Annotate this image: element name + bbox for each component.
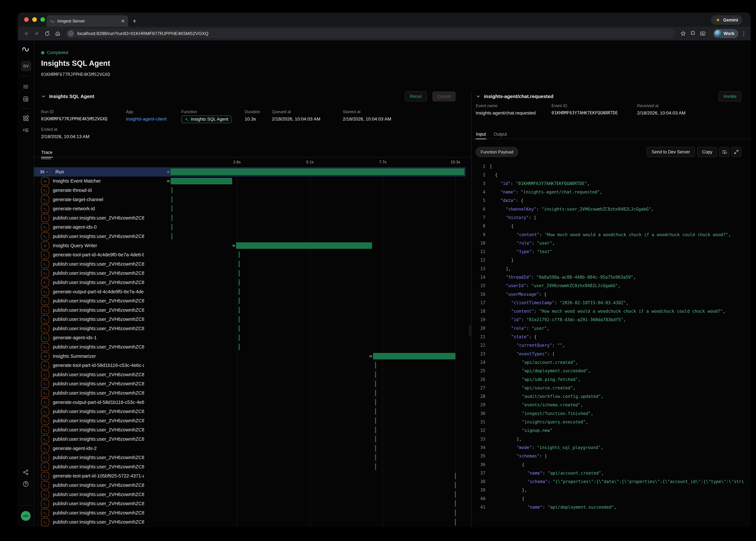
trace-row[interactable]: Insights Summarizer xyxy=(34,351,465,361)
trace-tick[interactable] xyxy=(375,436,376,442)
trace-row[interactable]: >_publish:user:insights:user_2VH6zowmhZC… xyxy=(34,508,465,518)
bar-drag-handle[interactable] xyxy=(167,171,170,173)
address-bar[interactable]: ⓘ localhost:8288/run?runID=01KHRMF677RJP… xyxy=(66,29,675,38)
tab-trace[interactable]: Trace xyxy=(41,148,53,158)
trace-tick[interactable] xyxy=(455,510,456,516)
terminal-log-icon[interactable] xyxy=(22,127,29,134)
meta-field-value[interactable]: insights-agent-client xyxy=(126,117,181,122)
window-controls[interactable] xyxy=(24,17,45,22)
trace-tick[interactable] xyxy=(239,270,240,276)
trace-tick[interactable] xyxy=(239,343,240,350)
new-tab-button[interactable]: + xyxy=(133,15,136,27)
trace-tick[interactable] xyxy=(239,279,240,285)
trace-row[interactable]: 39Run xyxy=(34,167,465,177)
bar-drag-handle[interactable] xyxy=(233,245,235,247)
trace-row[interactable]: Insights Event Matcher xyxy=(34,177,465,186)
expand-icon[interactable] xyxy=(731,147,741,157)
forward-icon[interactable] xyxy=(32,29,41,38)
share-icon[interactable] xyxy=(22,469,29,476)
rerun-button[interactable]: Rerun xyxy=(405,91,427,102)
trace-row[interactable]: >_generate-agent-ids-0 xyxy=(34,223,465,232)
url-text[interactable]: localhost:8288/run?runID=01KHRMF677RJPPH… xyxy=(77,31,208,36)
trace-row[interactable]: >_publish:user:insights:user_2VH6zowmhZC… xyxy=(34,425,465,435)
trace-bar[interactable] xyxy=(171,169,464,175)
trace-tick[interactable] xyxy=(455,491,456,498)
profile-chip[interactable]: Work xyxy=(713,29,738,38)
trace-row[interactable]: >_publish:user:insights:user_2VH6zowmhZC… xyxy=(34,518,465,527)
trace-tick[interactable] xyxy=(171,205,172,212)
trace-tick[interactable] xyxy=(239,334,240,341)
function-badge[interactable]: Insights SQL Agent xyxy=(181,116,232,123)
event-chevron-down-icon[interactable] xyxy=(476,94,481,99)
site-info-icon[interactable]: ⓘ xyxy=(67,30,75,37)
trace-tick[interactable] xyxy=(171,196,172,203)
trace-row[interactable]: >_generate-text-part-id-105bf925-5722-43… xyxy=(34,471,465,481)
trace-row[interactable]: >_publish:user:insights:user_2VH6zowmhZC… xyxy=(34,499,465,508)
trace-row[interactable]: >_generate-output-part-id-58d1b116-c53c-… xyxy=(34,398,465,407)
trace-tick[interactable] xyxy=(455,500,456,507)
trace-row[interactable]: >_publish:user:insights:user_2VH6zowmhZC… xyxy=(34,434,465,444)
tab-search-icon[interactable] xyxy=(698,29,707,38)
send-to-dev-server-button[interactable]: Send to Dev Server xyxy=(647,147,695,157)
minimize-window-button[interactable] xyxy=(32,17,37,22)
trace-row[interactable]: >_publish:user:insights:user_2VH6zowmhZC… xyxy=(34,315,465,324)
trace-bar[interactable] xyxy=(171,178,232,184)
trace-tick[interactable] xyxy=(171,215,172,221)
copy-button[interactable]: Copy xyxy=(697,147,717,157)
trace-row[interactable]: Insights Query Writer xyxy=(34,241,465,250)
trace-tick[interactable] xyxy=(375,371,376,378)
trace-row[interactable]: >_publish:user:insights:user_2VH6zowmhZC… xyxy=(34,416,465,425)
trace-tick[interactable] xyxy=(375,417,376,424)
trace-row[interactable]: >_publish:user:insights:user_2VH6zowmhZC… xyxy=(34,388,465,398)
event-search-icon[interactable] xyxy=(22,95,29,103)
close-window-button[interactable] xyxy=(24,17,29,22)
bar-drag-handle[interactable] xyxy=(370,355,372,357)
trace-row[interactable]: >_publish:user:insights:user_2VH6zowmhZC… xyxy=(34,490,465,499)
chevron-down-icon[interactable] xyxy=(41,94,46,99)
trace-row[interactable]: >_publish:user:insights:user_2VH6zowmhZC… xyxy=(34,379,465,388)
trace-row[interactable]: >_publish:user:insights:user_2VH6zowmhZC… xyxy=(34,342,465,351)
trace-row[interactable]: >_generate-network-id xyxy=(34,204,465,213)
trace-tick[interactable] xyxy=(239,252,240,258)
trace-row[interactable]: >_publish:user:insights:user_2VH6zowmhZC… xyxy=(34,305,465,315)
trace-tick[interactable] xyxy=(171,233,172,240)
trace-tick[interactable] xyxy=(239,297,240,304)
pane-resize-handle[interactable] xyxy=(469,325,471,336)
trace-tick[interactable] xyxy=(455,482,456,488)
expand-count-box[interactable]: 39 xyxy=(37,168,51,176)
trace-row[interactable]: >_generate-agent-ids-1 xyxy=(34,333,465,342)
tab-close-icon[interactable]: ✕ xyxy=(121,18,125,24)
trace-tick[interactable] xyxy=(239,316,240,322)
trace-row[interactable]: >_generate-tool-part-id-58d1b116-c53c-4e… xyxy=(34,361,465,370)
trace-row[interactable]: >_publish:user:insights:user_2VH6zowmhZC… xyxy=(34,232,465,241)
trace-tick[interactable] xyxy=(171,187,172,194)
trace-row[interactable]: >_generate-thread-id xyxy=(34,186,465,195)
reload-icon[interactable] xyxy=(43,29,52,38)
inngest-logo[interactable] xyxy=(22,45,30,52)
trace-tick[interactable] xyxy=(239,261,240,267)
browser-tab[interactable]: Inngest Server ✕ xyxy=(47,15,128,27)
trace-tick[interactable] xyxy=(171,224,172,231)
trace-bar[interactable] xyxy=(373,353,455,359)
help-icon[interactable] xyxy=(22,480,29,488)
trace-row[interactable]: >_publish:user:insights:user_2VH6zowmhZC… xyxy=(34,407,465,416)
app-badge[interactable]: DV xyxy=(21,61,31,71)
gemini-badge[interactable]: Gemini xyxy=(711,15,742,25)
trace-row[interactable]: >_generate-tool-part-id-4c4de9f0-6e7a-4d… xyxy=(34,250,465,260)
trace-row[interactable]: >_publish:user:insights:user_2VH6zowmhZC… xyxy=(34,213,465,223)
trace-row[interactable]: >_generate-output-part-id-4c4de9f0-6e7a-… xyxy=(34,287,465,296)
trace-row[interactable]: >_publish:user:insights:user_2VH6zowmhZC… xyxy=(34,269,465,278)
browser-menu-icon[interactable]: ⋮ xyxy=(741,30,747,37)
back-icon[interactable] xyxy=(22,29,31,38)
trace-tick[interactable] xyxy=(239,288,240,295)
trace-row[interactable]: >_publish:user:insights:user_2VH6zowmhZC… xyxy=(34,278,465,287)
trace-row[interactable]: >_generate-agent-ids-2 xyxy=(34,444,465,453)
trace-tick[interactable] xyxy=(375,463,376,470)
trace-bar[interactable] xyxy=(236,242,372,249)
bar-drag-handle[interactable] xyxy=(167,180,170,182)
trace-tick[interactable] xyxy=(375,399,376,405)
trace-tick[interactable] xyxy=(455,519,456,525)
tab-input[interactable]: Input xyxy=(476,130,486,139)
trace-row[interactable]: >_generate-target-channel xyxy=(34,195,465,204)
trace-tick[interactable] xyxy=(239,307,240,313)
